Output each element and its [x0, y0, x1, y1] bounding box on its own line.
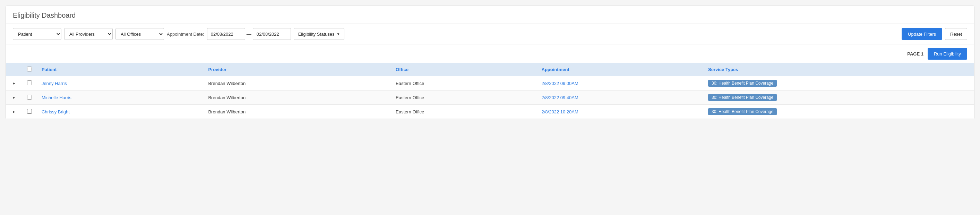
appointment-link[interactable]: 2/8/2022 10:20AM [542, 109, 578, 115]
table-row: ► Chrissy Bright Brendan Wilberton Easte… [6, 105, 974, 119]
date-to-input[interactable] [253, 28, 291, 40]
patient-link[interactable]: Chrissy Bright [41, 109, 70, 115]
service-type-badge: 30: Health Benefit Plan Coverage [708, 108, 777, 115]
appointment-link[interactable]: 2/8/2022 09:40AM [542, 95, 578, 100]
update-filters-button[interactable]: Update Filters [902, 28, 942, 40]
col-header-expand [6, 63, 22, 76]
col-header-patient: Patient [37, 63, 204, 76]
appointment-date-label: Appointment Date: [167, 32, 204, 37]
col-header-service-types: Service Types [703, 63, 974, 76]
select-all-checkbox[interactable] [27, 67, 32, 72]
table-wrapper: Patient Provider Office Appointment Serv… [6, 63, 974, 119]
appointment-link[interactable]: 2/8/2022 09:00AM [542, 81, 578, 86]
patient-link[interactable]: Michelle Harris [41, 95, 72, 100]
table-row: ► Jenny Harris Brendan Wilberton Eastern… [6, 76, 974, 91]
patient-cell: Chrissy Bright [37, 105, 204, 119]
service-types-cell: 30: Health Benefit Plan Coverage [703, 76, 974, 91]
patient-cell: Michelle Harris [37, 91, 204, 105]
eligibility-statuses-label: Eligibility Statuses [298, 32, 335, 37]
col-header-check [22, 63, 37, 76]
expand-cell: ► [6, 76, 22, 91]
date-range-separator: — [247, 31, 251, 37]
col-header-office: Office [391, 63, 536, 76]
action-bar: PAGE 1 Run Eligibility [6, 45, 974, 63]
col-header-provider: Provider [203, 63, 391, 76]
expand-row-button[interactable]: ► [11, 95, 18, 100]
chevron-down-icon: ▼ [336, 32, 340, 36]
provider-cell: Brendan Wilberton [203, 91, 391, 105]
appointment-cell: 2/8/2022 09:40AM [537, 91, 704, 105]
provider-cell: Brendan Wilberton [203, 76, 391, 91]
patient-select[interactable]: Patient [13, 28, 61, 40]
row-checkbox[interactable] [27, 95, 32, 100]
service-types-cell: 30: Health Benefit Plan Coverage [703, 105, 974, 119]
provider-select[interactable]: All Providers [64, 28, 113, 40]
row-checkbox[interactable] [27, 109, 32, 114]
expand-row-button[interactable]: ► [11, 80, 18, 86]
office-cell: Eastern Office [391, 105, 536, 119]
provider-cell: Brendan Wilberton [203, 105, 391, 119]
eligibility-table: Patient Provider Office Appointment Serv… [6, 63, 974, 119]
dashboard-container: Eligibility Dashboard Patient All Provid… [6, 6, 974, 119]
service-type-badge: 30: Health Benefit Plan Coverage [708, 80, 777, 87]
expand-cell: ► [6, 91, 22, 105]
page-title: Eligibility Dashboard [13, 11, 967, 19]
page-label: PAGE 1 [907, 51, 923, 57]
row-checkbox-cell [22, 91, 37, 105]
appointment-cell: 2/8/2022 09:00AM [537, 76, 704, 91]
date-range: — [207, 28, 291, 40]
service-type-badge: 30: Health Benefit Plan Coverage [708, 94, 777, 101]
row-checkbox-cell [22, 105, 37, 119]
run-eligibility-button[interactable]: Run Eligibility [928, 48, 967, 60]
expand-cell: ► [6, 105, 22, 119]
row-checkbox[interactable] [27, 80, 32, 85]
row-checkbox-cell [22, 76, 37, 91]
office-select[interactable]: All Offices [116, 28, 164, 40]
filter-bar: Patient All Providers All Offices Appoin… [6, 24, 974, 45]
dashboard-header: Eligibility Dashboard [6, 6, 974, 24]
table-header-row: Patient Provider Office Appointment Serv… [6, 63, 974, 76]
appointment-cell: 2/8/2022 10:20AM [537, 105, 704, 119]
patient-select-wrapper: Patient [13, 28, 61, 40]
patient-cell: Jenny Harris [37, 76, 204, 91]
office-cell: Eastern Office [391, 76, 536, 91]
col-header-appointment: Appointment [537, 63, 704, 76]
expand-row-button[interactable]: ► [11, 109, 18, 115]
date-from-input[interactable] [207, 28, 245, 40]
table-row: ► Michelle Harris Brendan Wilberton East… [6, 91, 974, 105]
office-cell: Eastern Office [391, 91, 536, 105]
patient-link[interactable]: Jenny Harris [41, 81, 67, 86]
service-types-cell: 30: Health Benefit Plan Coverage [703, 91, 974, 105]
eligibility-statuses-button[interactable]: Eligibility Statuses ▼ [294, 28, 345, 40]
reset-button[interactable]: Reset [945, 28, 967, 40]
